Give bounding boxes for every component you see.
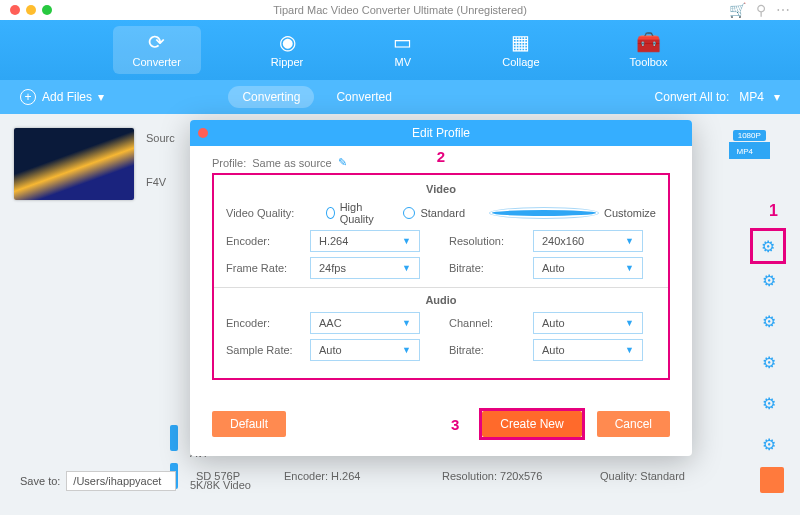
- nav-ripper[interactable]: ◉ Ripper: [251, 26, 323, 74]
- video-encoder-select[interactable]: H.264▼: [310, 230, 420, 252]
- convert-all-format[interactable]: MP4: [739, 90, 764, 104]
- cancel-button[interactable]: Cancel: [597, 411, 670, 437]
- audio-encoder-label: Encoder:: [226, 317, 310, 329]
- row-encoder: Encoder: H.264: [284, 470, 424, 482]
- save-label: Save to:: [20, 475, 60, 487]
- video-thumbnail[interactable]: [14, 128, 134, 200]
- resolution-label: Resolution:: [449, 235, 533, 247]
- gear-icon[interactable]: ⚙: [762, 312, 776, 331]
- create-new-highlight: Create New: [479, 408, 584, 440]
- toolbox-icon: 🧰: [636, 32, 661, 52]
- format-icon: [170, 425, 178, 451]
- dialog-title: Edit Profile: [412, 126, 470, 140]
- mv-icon: ▭: [393, 32, 412, 52]
- nav-collage[interactable]: ▦ Collage: [482, 26, 559, 74]
- gear-icon[interactable]: ⚙: [762, 353, 776, 372]
- nav-mv[interactable]: ▭ MV: [373, 26, 432, 74]
- close-icon[interactable]: [198, 128, 208, 138]
- gear-icon[interactable]: ⚙: [762, 394, 776, 413]
- converter-icon: ⟳: [148, 32, 165, 52]
- tab-converting[interactable]: Converting: [228, 86, 314, 108]
- convert-all-label: Convert All to:: [655, 90, 730, 104]
- profile-label: Profile:: [212, 157, 246, 169]
- video-bitrate-select[interactable]: Auto▼: [533, 257, 643, 279]
- chevron-down-icon[interactable]: ▾: [774, 90, 780, 104]
- create-new-button[interactable]: Create New: [482, 411, 581, 437]
- nav-label: MV: [394, 56, 411, 68]
- audio-bitrate-select[interactable]: Auto▼: [533, 339, 643, 361]
- nav-label: Toolbox: [630, 56, 668, 68]
- sidebar-item-5k8k[interactable]: 5K/8K Video: [190, 479, 251, 491]
- settings-frame: Video Video Quality: High Quality Standa…: [212, 173, 670, 380]
- gear-column: ⚙ ⚙ ⚙ ⚙ ⚙ ⚙ ⚙: [762, 230, 776, 495]
- collage-icon: ▦: [511, 32, 530, 52]
- nav-label: Converter: [133, 56, 181, 68]
- output-format-badge[interactable]: 1080P MP4▾: [729, 130, 770, 159]
- audio-bitrate-label: Bitrate:: [449, 344, 533, 356]
- ripper-icon: ◉: [279, 32, 296, 52]
- chevron-down-icon[interactable]: ▾: [98, 90, 104, 104]
- gear-icon[interactable]: ⚙: [762, 271, 776, 290]
- frame-rate-select[interactable]: 24fps▼: [310, 257, 420, 279]
- nav-toolbox[interactable]: 🧰 Toolbox: [610, 26, 688, 74]
- video-bitrate-label: Bitrate:: [449, 262, 533, 274]
- resolution-select[interactable]: 240x160▼: [533, 230, 643, 252]
- gear-icon[interactable]: ⚙: [762, 435, 776, 454]
- add-files-button[interactable]: + Add Files ▾: [20, 89, 104, 105]
- channel-label: Channel:: [449, 317, 533, 329]
- add-files-label: Add Files: [42, 90, 92, 104]
- sample-rate-select[interactable]: Auto▼: [310, 339, 420, 361]
- annotation-2: 2: [437, 148, 445, 165]
- annotation-1: 1: [769, 202, 778, 220]
- main-nav: ⟳ Converter ◉ Ripper ▭ MV ▦ Collage 🧰 To…: [0, 20, 800, 80]
- sub-bar: + Add Files ▾ Converting Converted Conve…: [0, 80, 800, 114]
- profile-value: Same as source: [252, 157, 331, 169]
- annotation-3: 3: [451, 416, 459, 433]
- format-label: F4V: [146, 172, 175, 188]
- radio-high-quality[interactable]: High Quality: [326, 201, 379, 225]
- frame-rate-label: Frame Rate:: [226, 262, 310, 274]
- tab-converted[interactable]: Converted: [322, 86, 405, 108]
- video-encoder-label: Encoder:: [226, 235, 310, 247]
- radio-standard[interactable]: Standard: [403, 207, 465, 219]
- save-to: Save to: /Users/ihappyacet: [20, 471, 176, 491]
- plus-icon: +: [20, 89, 36, 105]
- list-item[interactable]: SD 576P Encoder: H.264 Resolution: 720x5…: [170, 457, 740, 495]
- fmt-badge: MP4▾: [729, 142, 770, 159]
- nav-converter[interactable]: ⟳ Converter: [113, 26, 201, 74]
- app-title: Tipard Mac Video Converter Ultimate (Unr…: [0, 4, 800, 16]
- sample-rate-label: Sample Rate:: [226, 344, 310, 356]
- nav-label: Ripper: [271, 56, 303, 68]
- row-resolution: Resolution: 720x576: [442, 470, 582, 482]
- start-convert-button[interactable]: [760, 467, 784, 493]
- video-quality-label: Video Quality:: [226, 207, 326, 219]
- dialog-header: Edit Profile: [190, 120, 692, 146]
- row-quality: Quality: Standard: [600, 470, 740, 482]
- source-label: Sourc: [146, 128, 175, 144]
- save-path-input[interactable]: /Users/ihappyacet: [66, 471, 176, 491]
- audio-section-header: Audio: [226, 294, 656, 306]
- titlebar: Tipard Mac Video Converter Ultimate (Unr…: [0, 0, 800, 20]
- res-badge: 1080P: [733, 130, 766, 141]
- radio-customize[interactable]: Customize: [489, 207, 656, 219]
- video-section-header: Video: [226, 183, 656, 195]
- edit-profile-dialog: Edit Profile 2 Profile: Same as source ✎…: [190, 120, 692, 456]
- channel-select[interactable]: Auto▼: [533, 312, 643, 334]
- audio-encoder-select[interactable]: AAC▼: [310, 312, 420, 334]
- dialog-footer: Default 3 Create New Cancel: [190, 396, 692, 456]
- nav-label: Collage: [502, 56, 539, 68]
- edit-icon[interactable]: ✎: [338, 156, 347, 169]
- default-button[interactable]: Default: [212, 411, 286, 437]
